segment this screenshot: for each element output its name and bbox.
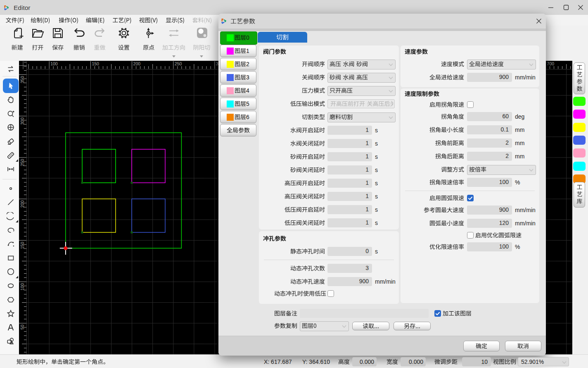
svg-text:150: 150 [20, 242, 25, 249]
svg-text:300: 300 [20, 117, 25, 125]
svg-text:250: 250 [175, 61, 182, 66]
svg-text:150: 150 [92, 61, 99, 66]
svg-text:250: 250 [20, 159, 25, 166]
svg-text:350: 350 [20, 76, 25, 84]
svg-text:100: 100 [50, 61, 58, 66]
svg-text:200: 200 [20, 200, 25, 208]
svg-text:50: 50 [20, 325, 25, 330]
svg-text:200: 200 [133, 61, 141, 66]
svg-text:100: 100 [20, 283, 25, 291]
svg-text:700: 700 [547, 61, 555, 66]
